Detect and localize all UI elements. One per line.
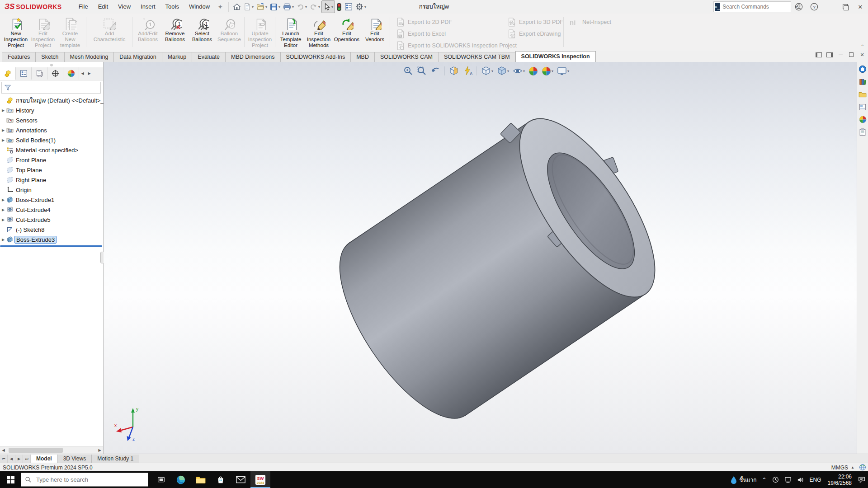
tree-item-cut-extrude4[interactable]: ▶ Cut-Extrude4 bbox=[0, 205, 103, 215]
new-inspection-project-button[interactable]: New Inspection Project bbox=[3, 15, 29, 50]
update-inspection-project-button[interactable]: Update Inspection Project bbox=[247, 15, 273, 50]
menu-edit[interactable]: Edit bbox=[93, 0, 113, 14]
launch-template-editor-button[interactable]: Launch Template Editor bbox=[278, 15, 304, 50]
solidworks-taskbar-button[interactable]: SW 2024 bbox=[250, 471, 270, 488]
last-tab-icon[interactable]: ⏭ bbox=[23, 455, 31, 463]
tree-item-right-plane[interactable]: Right Plane bbox=[0, 175, 103, 185]
export-to-excel-button[interactable]: X Export to Excel bbox=[396, 29, 446, 39]
add-edit-balloons-button[interactable]: * Add/Edit Balloons bbox=[135, 15, 161, 50]
redo-button[interactable]: ▾ bbox=[308, 1, 321, 13]
export-to-2d-pdf-button[interactable]: PDF Export to 2D PDF bbox=[396, 17, 452, 27]
panel-grip[interactable] bbox=[36, 63, 67, 66]
alarm-tray-icon[interactable] bbox=[769, 471, 782, 488]
first-tab-icon[interactable]: ⏮ bbox=[0, 455, 8, 463]
search-commands-box[interactable]: »_ ▾ bbox=[713, 1, 791, 12]
doc-restore-icon[interactable] bbox=[848, 52, 854, 57]
select-balloons-button[interactable]: Select Balloons bbox=[189, 15, 215, 50]
start-button[interactable] bbox=[0, 471, 21, 488]
task-view-button[interactable] bbox=[151, 471, 171, 488]
edit-vendors-button[interactable]: Edit Vendors bbox=[362, 15, 388, 50]
report-manager-button[interactable] bbox=[343, 1, 354, 13]
hidden-icons-chevron[interactable]: ⌃ bbox=[760, 471, 769, 488]
tree-item-sketch8[interactable]: (-) Sketch8 bbox=[0, 225, 103, 235]
tree-item-origin[interactable]: Origin bbox=[0, 185, 103, 195]
scroll-left-icon[interactable]: ◀ bbox=[0, 448, 7, 452]
expand-caret-icon[interactable]: ▶ bbox=[0, 128, 6, 132]
configuration-manager-tab[interactable] bbox=[32, 67, 47, 80]
tree-item-solid-bodies[interactable]: ▶ Solid Bodies(1) bbox=[0, 135, 103, 145]
expand-caret-icon[interactable]: ▶ bbox=[0, 138, 6, 142]
units-label[interactable]: MMGS bbox=[831, 465, 848, 471]
maximize-button[interactable] bbox=[837, 0, 853, 14]
tree-root-part[interactable]: กรอบใหญ่w (Default) <<Default>_Displ bbox=[0, 95, 103, 105]
mail-button[interactable] bbox=[231, 471, 250, 488]
taskbar-search-input[interactable] bbox=[35, 476, 148, 483]
close-button[interactable]: ✕ bbox=[853, 0, 868, 14]
tree-item-front-plane[interactable]: Front Plane bbox=[0, 155, 103, 165]
tab-mesh-modeling[interactable]: Mesh Modeling bbox=[64, 52, 114, 62]
add-characteristic-button[interactable]: Add Characteristic bbox=[89, 15, 130, 50]
scroll-thumb[interactable] bbox=[9, 448, 63, 453]
rollback-bar[interactable] bbox=[0, 245, 102, 247]
tab-3d-views[interactable]: 3D Views bbox=[58, 455, 92, 463]
part-model-cylinder[interactable] bbox=[104, 62, 857, 454]
language-indicator[interactable]: ENG bbox=[807, 471, 824, 488]
file-explorer-tab[interactable] bbox=[859, 90, 867, 99]
dimxpert-manager-tab[interactable] bbox=[47, 67, 63, 80]
tree-item-boss-extrude1[interactable]: ▶ Boss-Extrude1 bbox=[0, 195, 103, 205]
tab-solidworks-inspection[interactable]: SOLIDWORKS Inspection bbox=[515, 51, 596, 62]
pane-right-icon[interactable] bbox=[826, 52, 833, 57]
tab-mbd-dimensions[interactable]: MBD Dimensions bbox=[225, 52, 281, 62]
3dexperience-globe-icon[interactable] bbox=[859, 464, 866, 471]
tab-solidworks-cam-tbm[interactable]: SOLIDWORKS CAM TBM bbox=[438, 52, 516, 62]
action-center-button[interactable] bbox=[855, 471, 868, 488]
expand-caret-icon[interactable]: ▶ bbox=[0, 218, 6, 222]
tree-item-annotations[interactable]: ▶ A Annotations bbox=[0, 125, 103, 135]
tab-model[interactable]: Model bbox=[31, 455, 58, 463]
graphics-viewport[interactable]: A ▾ ▾ ▾ ▾ ▾ bbox=[104, 62, 857, 454]
tree-item-history[interactable]: ▶ History bbox=[0, 105, 103, 115]
scroll-right-icon[interactable]: ▶ bbox=[96, 448, 103, 452]
view-palette-tab[interactable] bbox=[859, 103, 867, 111]
tab-solidworks-cam[interactable]: SOLIDWORKS CAM bbox=[374, 52, 439, 62]
next-tab-icon[interactable]: ▶ bbox=[15, 455, 23, 463]
microsoft-store-button[interactable] bbox=[211, 471, 231, 488]
balloon-sequence-button[interactable]: 2 Balloon Sequence bbox=[216, 15, 242, 50]
expand-caret-icon[interactable]: ▶ bbox=[0, 108, 6, 113]
tab-evaluate[interactable]: Evaluate bbox=[192, 52, 226, 62]
volume-tray-icon[interactable] bbox=[794, 471, 807, 488]
panel-tabs-scroll-right[interactable]: ▶ bbox=[86, 67, 93, 80]
appearances-scenes-tab[interactable] bbox=[859, 115, 867, 124]
units-dropdown-icon[interactable]: ▲ bbox=[851, 465, 854, 469]
tab-data-migration[interactable]: Data Migration bbox=[113, 52, 162, 62]
tree-item-top-plane[interactable]: Top Plane bbox=[0, 165, 103, 175]
search-commands-input[interactable] bbox=[722, 3, 793, 10]
file-explorer-button[interactable] bbox=[191, 471, 211, 488]
menu-insert[interactable]: Insert bbox=[136, 0, 160, 14]
help-button[interactable]: ? bbox=[807, 0, 822, 14]
ribbon-collapse-chevron[interactable]: ⌃ bbox=[861, 44, 864, 49]
save-button[interactable]: ▾ bbox=[269, 1, 282, 13]
tree-item-sensors[interactable]: Sensors bbox=[0, 115, 103, 125]
account-button[interactable] bbox=[791, 0, 807, 14]
display-manager-tab[interactable] bbox=[63, 67, 79, 80]
export-to-solidworks-inspection-project-button[interactable]: Export to SOLIDWORKS Inspection Project bbox=[396, 41, 517, 51]
tree-filter-box[interactable] bbox=[1, 82, 101, 94]
tab-mbd[interactable]: MBD bbox=[350, 52, 375, 62]
tree-item-cut-extrude5[interactable]: ▶ Cut-Extrude5 bbox=[0, 215, 103, 225]
expand-caret-icon[interactable]: ▶ bbox=[0, 238, 6, 242]
remove-balloons-button[interactable]: ✕ Remove Balloons bbox=[162, 15, 188, 50]
select-tool-button[interactable]: ▾ bbox=[321, 0, 335, 13]
tree-item-boss-extrude3[interactable]: ▶ Boss-Extrude3 bbox=[0, 235, 103, 244]
options-button[interactable]: ▾ bbox=[354, 1, 368, 13]
expand-caret-icon[interactable]: ▶ bbox=[0, 208, 6, 212]
undo-button[interactable]: ▾ bbox=[295, 1, 308, 13]
menu-window[interactable]: Window bbox=[184, 0, 215, 14]
doc-close-icon[interactable]: ✕ bbox=[859, 52, 865, 57]
featuremanager-tree-tab[interactable] bbox=[0, 67, 16, 80]
tab-solidworks-addins[interactable]: SOLIDWORKS Add-Ins bbox=[280, 52, 351, 62]
open-button[interactable]: ▾ bbox=[255, 1, 269, 13]
menu-file[interactable]: File bbox=[74, 0, 93, 14]
home-button[interactable] bbox=[231, 1, 242, 13]
expand-caret-icon[interactable]: ▶ bbox=[0, 198, 6, 202]
